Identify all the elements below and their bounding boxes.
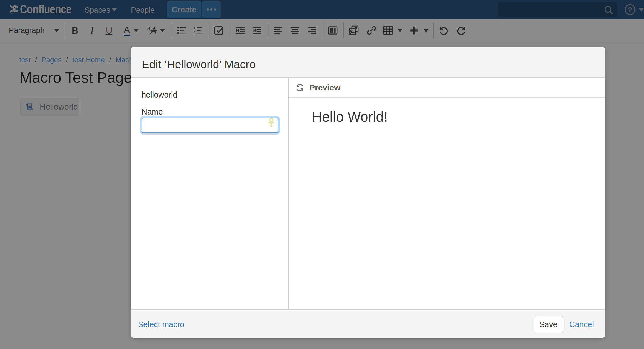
preview-content: Hello World! — [289, 98, 605, 309]
dialog-body: helloworld Name Previe — [131, 78, 605, 309]
save-button[interactable]: Save — [534, 316, 563, 333]
refresh-icon[interactable] — [295, 83, 304, 92]
macro-params-panel: helloworld Name — [131, 78, 289, 309]
name-input-wrapper — [142, 118, 278, 133]
dialog-title: Edit ‘Helloworld’ Macro — [142, 58, 255, 71]
cancel-link[interactable]: Cancel — [569, 320, 594, 329]
dialog-footer-actions: Save Cancel — [534, 316, 594, 333]
name-field-label: Name — [142, 107, 277, 116]
preview-label: Preview — [309, 83, 340, 92]
preview-header: Preview — [289, 78, 605, 98]
preview-heading: Hello World! — [312, 109, 388, 125]
edit-macro-dialog: Edit ‘Helloworld’ Macro helloworld Name — [131, 47, 605, 338]
dialog-header: Edit ‘Helloworld’ Macro — [131, 47, 605, 78]
name-input[interactable] — [142, 118, 278, 133]
macro-description: helloworld — [142, 90, 277, 99]
dialog-footer: Select macro Save Cancel — [131, 309, 605, 338]
select-macro-link[interactable]: Select macro — [138, 320, 184, 329]
macro-preview-panel: Preview Hello World! — [289, 78, 605, 309]
